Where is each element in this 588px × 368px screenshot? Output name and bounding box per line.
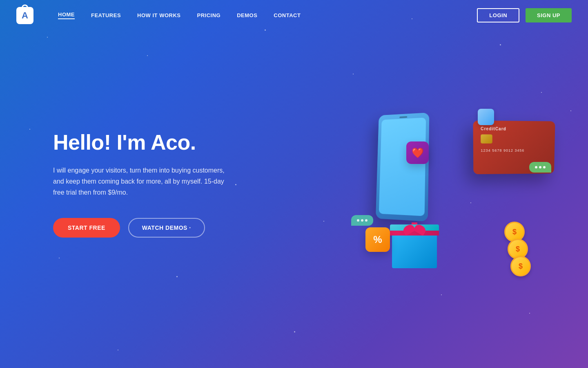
logo-letter: A xyxy=(22,10,28,21)
nav-demos[interactable]: DEMOS xyxy=(237,12,257,18)
hero-content: Hello! I'm Aco. I will engage your visit… xyxy=(53,130,225,237)
card-number: 1234 5678 9012 3456 xyxy=(481,148,547,153)
gift-body xyxy=(392,231,437,268)
msg-dot-3 xyxy=(543,166,546,168)
nav-how-it-works[interactable]: HOW IT WORKS xyxy=(137,12,180,18)
navbar: A HOME FEATURES HOW IT WORKS PRICING DEM… xyxy=(0,0,588,31)
coin-3: $ xyxy=(510,256,531,276)
watch-demos-button[interactable]: WATCH DEMOS · xyxy=(128,218,205,238)
logo-bag-handle xyxy=(22,4,28,9)
msg-dot-1 xyxy=(535,166,537,168)
percent-badge: % xyxy=(365,227,390,252)
phone-screen xyxy=(379,117,426,216)
nav-links: HOME FEATURES HOW IT WORKS PRICING DEMOS… xyxy=(58,11,477,19)
nav-contact[interactable]: CONTACT xyxy=(274,12,301,18)
chat-bubble-1 xyxy=(351,215,373,226)
signup-button[interactable]: SIGN UP xyxy=(526,8,572,22)
card-chip xyxy=(481,135,492,144)
chat-bubble-2 xyxy=(529,162,551,173)
heart-badge: ❤️ xyxy=(406,141,429,164)
msg-dot-2 xyxy=(539,166,541,168)
float-square-1 xyxy=(478,109,494,125)
logo-icon: A xyxy=(16,7,33,24)
logo[interactable]: A xyxy=(16,7,33,24)
nav-buttons: LOGIN SIGN UP xyxy=(477,8,572,22)
bubble-dot-1 xyxy=(357,219,359,222)
bubble-dot-2 xyxy=(361,219,363,222)
hero-title: Hello! I'm Aco. xyxy=(53,130,225,155)
phone-illustration xyxy=(376,112,429,222)
nav-features[interactable]: FEATURES xyxy=(91,12,121,18)
phone-camera xyxy=(399,116,407,118)
bubble-dot-3 xyxy=(365,219,368,222)
hero-buttons: START FREE WATCH DEMOS · xyxy=(53,218,225,238)
hero-illustration: CreditCard 1234 5678 9012 3456 $ $ $ ❤️ xyxy=(327,88,564,301)
card-label: CreditCard xyxy=(481,126,548,131)
coins-illustration: $ $ $ xyxy=(504,222,531,276)
start-free-button[interactable]: START FREE xyxy=(53,218,120,238)
gift-ribbon-horizontal xyxy=(390,231,439,236)
hero-subtitle: I will engage your visitors, turn them i… xyxy=(53,165,225,198)
iso-scene: CreditCard 1234 5678 9012 3456 $ $ $ ❤️ xyxy=(327,88,564,301)
nav-pricing[interactable]: PRICING xyxy=(197,12,221,18)
nav-home[interactable]: HOME xyxy=(58,11,75,19)
gift-box-illustration xyxy=(388,215,441,268)
login-button[interactable]: LOGIN xyxy=(477,8,519,22)
